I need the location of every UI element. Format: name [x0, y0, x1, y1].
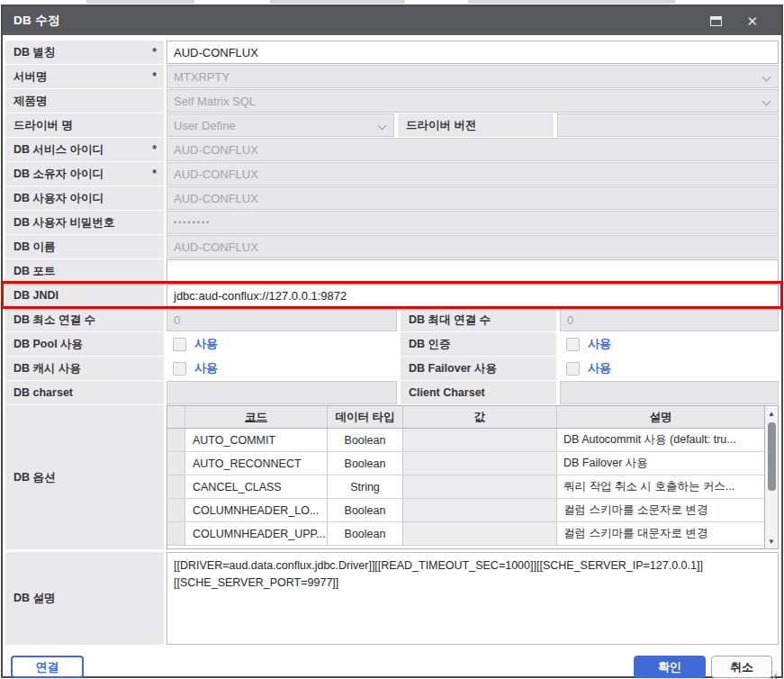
min-conn-input: 0: [167, 308, 397, 331]
row-db-jndi: DB JNDI jdbc:aud-conflux://127.0.0.1:987…: [5, 284, 779, 307]
vertical-scrollbar[interactable]: ▲ ▼: [765, 405, 779, 549]
product-name-select: Self Matrix SQL: [167, 89, 779, 113]
row-cache-failover: DB 캐시 사용 사용 DB Failover 사용 사용: [5, 357, 779, 380]
chevron-down-icon: [762, 97, 771, 106]
scroll-up-icon[interactable]: ▲: [765, 406, 778, 421]
row-user-id: DB 사용자 아이디 AUD-CONFLUX: [5, 186, 779, 210]
row-connections: DB 최소 연결 수 0 DB 최대 연결 수 0: [5, 308, 779, 331]
db-description-label: DB 설명: [5, 552, 164, 645]
ok-button[interactable]: 확인: [634, 656, 706, 678]
user-id-input: AUD-CONFLUX: [167, 186, 779, 210]
db-cache-label: DB 캐시 사용: [5, 357, 164, 380]
db-charset-input: [167, 381, 397, 404]
row-db-alias: DB 별칭 * AUD-CONFLUX: [5, 41, 779, 64]
db-options-label: DB 옵션: [5, 405, 164, 549]
required-marker: *: [152, 143, 157, 156]
password-label: DB 사용자 비밀번호: [5, 211, 164, 234]
required-marker: *: [152, 167, 157, 180]
background-fragment: [270, 0, 405, 4]
password-input: ••••••••: [167, 211, 779, 234]
db-name-label: DB 이름: [5, 235, 164, 258]
table-row[interactable]: CANCEL_CLASS String 쿼리 작업 취소 시 호출하는 커스..…: [167, 475, 764, 499]
service-id-input: AUD-CONFLUX: [167, 138, 779, 161]
chevron-down-icon: [762, 73, 771, 82]
connect-button[interactable]: 연결: [11, 656, 84, 678]
scrollbar-thumb[interactable]: [768, 422, 776, 491]
db-jndi-label: DB JNDI: [5, 284, 164, 307]
code-column-header[interactable]: 코드: [185, 406, 328, 428]
db-port-label: DB 포트: [5, 259, 164, 283]
db-failover-label: DB Failover 사용: [401, 357, 556, 380]
client-charset-input: [560, 381, 779, 404]
row-db-options: DB 옵션 코드 데이터 타입 값 설명 AUTO_COMMIT: [5, 405, 779, 549]
row-product-name: 제품명 Self Matrix SQL: [5, 89, 779, 113]
min-conn-label: DB 최소 연결 수: [5, 308, 164, 331]
row-db-name: DB 이름 AUD-CONFLUX: [5, 235, 779, 258]
db-port-input[interactable]: [167, 259, 779, 283]
owner-id-input: AUD-CONFLUX: [167, 162, 779, 186]
max-conn-input: 0: [560, 308, 779, 331]
db-edit-dialog: DB 수정 ✕ DB 별칭 * AUD-CONFLUX 서버명 *: [1, 5, 783, 678]
row-selector-header: [167, 406, 185, 428]
db-auth-label: DB 인증: [401, 332, 556, 356]
user-id-label: DB 사용자 아이디: [5, 186, 164, 210]
background-fragment: [468, 0, 675, 4]
chevron-down-icon: [378, 122, 387, 131]
product-name-label: 제품명: [5, 89, 164, 113]
value-column-header[interactable]: 값: [403, 406, 557, 428]
db-failover-checkbox[interactable]: [566, 362, 580, 376]
desc-column-header[interactable]: 설명: [557, 406, 764, 428]
row-charset: DB charset Client Charset: [5, 381, 779, 404]
db-options-grid: 코드 데이터 타입 값 설명 AUTO_COMMIT Boolean DB Au…: [167, 405, 779, 549]
db-pool-checkbox[interactable]: [173, 338, 186, 351]
cancel-button[interactable]: 취소: [711, 656, 772, 678]
required-marker: *: [152, 46, 157, 59]
driver-version-label: 드라이버 버전: [398, 113, 554, 137]
table-row[interactable]: COLUMNHEADER_LO... Boolean 컬럼 스키마를 소문자로 …: [167, 499, 764, 522]
client-charset-label: Client Charset: [401, 381, 556, 404]
db-cache-checkbox-label: 사용: [194, 360, 218, 376]
scroll-down-icon[interactable]: ▼: [765, 534, 778, 548]
maximize-icon[interactable]: [710, 16, 722, 26]
type-column-header[interactable]: 데이터 타입: [328, 406, 403, 428]
owner-id-label: DB 소유자 아이디 *: [5, 162, 164, 186]
row-pool-auth: DB Pool 사용 사용 DB 인증 사용: [5, 332, 779, 356]
dialog-body: DB 별칭 * AUD-CONFLUX 서버명 * MTXRPTY: [3, 35, 781, 678]
db-cache-checkbox[interactable]: [173, 362, 186, 376]
row-db-description: DB 설명 [[DRIVER=aud.data.conflux.jdbc.Dri…: [5, 552, 779, 645]
row-server-name: 서버명 * MTXRPTY: [5, 65, 779, 88]
db-name-input: AUD-CONFLUX: [167, 235, 779, 258]
row-owner-id: DB 소유자 아이디 * AUD-CONFLUX: [5, 162, 779, 186]
driver-name-select: User Define: [167, 113, 394, 137]
row-service-id: DB 서비스 아이디 * AUD-CONFLUX: [5, 138, 779, 161]
service-id-label: DB 서비스 아이디 *: [5, 138, 164, 161]
db-alias-input[interactable]: AUD-CONFLUX: [167, 41, 779, 64]
db-auth-checkbox-label: 사용: [588, 336, 611, 352]
db-description-textarea[interactable]: [[DRIVER=aud.data.conflux.jdbc.Driver]][…: [167, 552, 779, 645]
server-name-label: 서버명 *: [5, 65, 164, 88]
db-pool-checkbox-label: 사용: [194, 336, 218, 352]
max-conn-label: DB 최대 연결 수: [401, 308, 556, 331]
server-name-select: MTXRPTY: [167, 65, 779, 88]
db-auth-checkbox[interactable]: [566, 338, 580, 351]
table-row[interactable]: AUTO_COMMIT Boolean DB Autocommit 사용 (de…: [167, 429, 764, 452]
row-driver: 드라이버 명 User Define 드라이버 버전: [5, 113, 779, 137]
background-fragment: [86, 0, 194, 4]
required-marker: *: [152, 70, 157, 83]
db-alias-label: DB 별칭 *: [5, 41, 164, 64]
dialog-title: DB 수정: [14, 13, 60, 29]
close-icon[interactable]: ✕: [746, 14, 758, 28]
db-failover-checkbox-label: 사용: [588, 360, 611, 376]
db-jndi-input[interactable]: jdbc:aud-conflux://127.0.0.1:9872: [167, 284, 779, 307]
table-row[interactable]: COLUMNHEADER_UPP... Boolean 컬럼 스키마를 대문자로…: [167, 522, 764, 546]
row-db-port: DB 포트: [5, 259, 779, 283]
db-charset-label: DB charset: [5, 381, 164, 404]
dialog-titlebar: DB 수정 ✕: [3, 6, 781, 35]
table-row[interactable]: AUTO_RECONNECT Boolean DB Failover 사용: [167, 452, 764, 475]
dialog-footer: 연결 확인 취소: [5, 647, 779, 678]
db-pool-label: DB Pool 사용: [5, 332, 164, 356]
row-password: DB 사용자 비밀번호 ••••••••: [5, 211, 779, 234]
driver-name-label: 드라이버 명: [5, 113, 164, 137]
driver-version-input: [557, 113, 779, 137]
options-table-header: 코드 데이터 타입 값 설명: [167, 406, 764, 429]
